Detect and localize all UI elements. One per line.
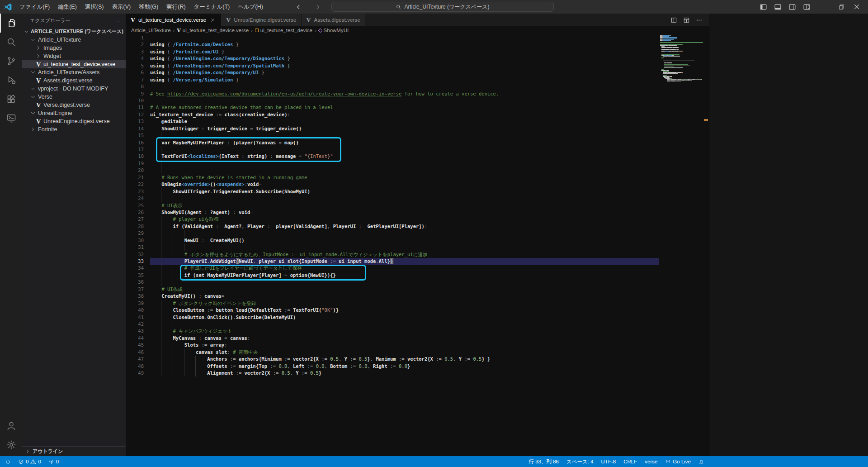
line-number: 9 — [126, 91, 144, 97]
line-number: 17 — [126, 146, 144, 153]
menu-s[interactable]: 選択(S) — [81, 2, 108, 12]
line-number: 42 — [126, 321, 144, 328]
tree-item-unrealengine-digest-verse[interactable]: VUnrealEngine.digest.verse — [22, 117, 126, 125]
status-cursor-position[interactable]: 行 33、列 86 — [526, 456, 562, 467]
status-remote-indicator[interactable] — [2, 456, 14, 467]
code-line-38: 38CreateMyUI() : canvas= — [126, 293, 709, 300]
code-line-29: 29 — [126, 230, 709, 237]
code-line-21: 21# Runs when the device is started in a… — [126, 174, 709, 181]
code-line-10: 10 — [126, 97, 709, 104]
tree-item-article-uitexture-assets[interactable]: Article_UITexture/Assets — [22, 68, 126, 76]
more-actions-icon[interactable] — [693, 15, 704, 25]
code-line-24: 24 — [126, 195, 709, 202]
tab-assets-digest-verse[interactable]: VAssets.digest.verse — [302, 14, 365, 26]
tree-item-verse-digest-verse[interactable]: VVerse.digest.verse — [22, 101, 126, 109]
activity-bar — [0, 14, 22, 456]
menu-h[interactable]: ヘルプ(H) — [234, 2, 267, 12]
line-number: 5 — [126, 62, 144, 69]
menu-v[interactable]: 表示(V) — [108, 2, 135, 12]
tree-item-widget[interactable]: Widget — [22, 52, 126, 60]
customize-layout-icon[interactable] — [800, 1, 813, 12]
line-number: 22 — [126, 181, 144, 188]
toggle-primary-sidebar-icon[interactable] — [757, 1, 769, 12]
tree-item-assets-digest-verse[interactable]: VAssets.digest.verse — [22, 76, 126, 85]
tree-item-unrealengine[interactable]: UnrealEngine — [22, 109, 126, 117]
status-eol[interactable]: CRLF — [620, 456, 640, 467]
vscode-logo-icon — [0, 3, 15, 11]
tree-item-article-uitexture[interactable]: Article_UITexture — [22, 36, 126, 44]
go-back-icon[interactable] — [293, 1, 306, 12]
split-editor-icon[interactable] — [668, 15, 679, 25]
status-notifications[interactable] — [695, 456, 708, 467]
account-icon[interactable] — [0, 416, 22, 435]
close-icon[interactable] — [849, 0, 864, 14]
status-go-live[interactable]: Go Live — [662, 456, 694, 467]
toggle-panel-icon[interactable] — [771, 1, 784, 12]
tab-label: Assets.digest.verse — [314, 17, 360, 23]
status-ports[interactable]: 0 — [45, 456, 62, 467]
menu-f[interactable]: ファイル(F) — [15, 2, 54, 12]
line-number: 3 — [126, 48, 144, 55]
menu-r[interactable]: 実行(R) — [162, 2, 189, 12]
line-number: 40 — [126, 307, 144, 314]
line-number: 29 — [126, 230, 144, 237]
tree-item-fortnite[interactable]: Fortnite — [22, 125, 126, 133]
code-line-46: 46canvas_slot: # 画面中央 — [126, 349, 709, 356]
code-line-7: 7using { /Verse.org/Simulation } — [126, 76, 709, 83]
status-encoding[interactable]: UTF-8 — [598, 456, 619, 467]
code-line-39: 39# ボタンクリック時のイベントを登録 — [126, 300, 709, 307]
annotation-highlight-box-2 — [180, 265, 366, 281]
workspace-section-header[interactable]: ARTICLE_UITEXTURE (ワークスペース) — [22, 27, 126, 36]
settings-gear-icon[interactable] — [0, 435, 22, 454]
line-number: 37 — [126, 286, 144, 293]
verse-file-icon: V — [306, 17, 311, 23]
outline-section-header[interactable]: アウトライン — [22, 446, 126, 456]
run-and-debug-icon[interactable] — [0, 71, 22, 90]
line-number: 43 — [126, 328, 144, 334]
overview-ruler[interactable] — [703, 34, 709, 456]
tree-item-ui-texture-test-device-verse[interactable]: Vui_texture_test_device.verse — [22, 60, 126, 68]
chevron-right-icon — [30, 126, 36, 133]
menu-t[interactable]: ターミナル(T) — [190, 2, 234, 12]
minimap[interactable] — [660, 34, 703, 456]
editor-layout-icon[interactable] — [681, 15, 692, 25]
status-language-mode[interactable]: verse — [642, 456, 660, 467]
remote-explorer-icon[interactable] — [0, 109, 22, 128]
command-center-search[interactable]: Article_UITexture (ワークスペース) — [331, 2, 554, 12]
restore-icon[interactable] — [834, 0, 849, 14]
menu-g[interactable]: 移動(G) — [135, 2, 162, 12]
tree-item-images[interactable]: Images — [22, 44, 126, 52]
text-cursor — [393, 258, 393, 264]
line-number: 14 — [126, 125, 144, 132]
tab-ui-texture-test-device-verse[interactable]: Vui_texture_test_device.verse — [126, 14, 221, 26]
extensions-icon[interactable] — [0, 90, 22, 109]
source-control-icon[interactable] — [0, 52, 22, 71]
broadcast-icon — [665, 459, 671, 465]
minimize-icon[interactable] — [818, 0, 834, 14]
tree-item-vproject-do-not-modify[interactable]: vproject - DO NOT MODIFY — [22, 85, 126, 93]
tree-item-verse[interactable]: Verse — [22, 93, 126, 101]
go-forward-icon[interactable] — [311, 1, 323, 12]
menu-e[interactable]: 編集(E) — [54, 2, 81, 12]
close-tab-icon[interactable] — [209, 16, 216, 24]
line-number: 12 — [126, 111, 144, 118]
annotation-highlight-box-1 — [156, 137, 341, 162]
tab-unrealengine-digest-verse[interactable]: VUnrealEngine.digest.verse — [221, 14, 301, 26]
status-indentation[interactable]: スペース: 4 — [563, 456, 597, 467]
chevron-down-icon — [24, 29, 30, 35]
files-icon[interactable] — [0, 14, 22, 33]
breadcrumb-ui-texture-test-device[interactable]: ui_texture_test_device — [255, 28, 312, 33]
explorer-more-actions-icon[interactable]: … — [116, 18, 121, 23]
breadcrumb[interactable]: Article_UITexture›Vui_texture_test_devic… — [126, 26, 709, 34]
breadcrumb-article-uitexture[interactable]: Article_UITexture — [131, 28, 171, 33]
code-editor[interactable]: 12using { /Fortnite.com/Devices }3using … — [126, 34, 709, 456]
breadcrumb-showmyui[interactable]: ShowMyUI — [319, 28, 349, 33]
line-number: 32 — [126, 251, 144, 258]
line-number: 25 — [126, 202, 144, 209]
status-problems[interactable]: 00 — [15, 456, 44, 467]
search-icon[interactable] — [0, 33, 22, 52]
code-line-11: 11# A Verse-authored creative device tha… — [126, 104, 709, 111]
toggle-secondary-sidebar-icon[interactable] — [786, 1, 798, 12]
breadcrumb-ui-texture-test-device-verse[interactable]: Vui_texture_test_device.verse — [177, 28, 249, 33]
line-number: 23 — [126, 188, 144, 195]
